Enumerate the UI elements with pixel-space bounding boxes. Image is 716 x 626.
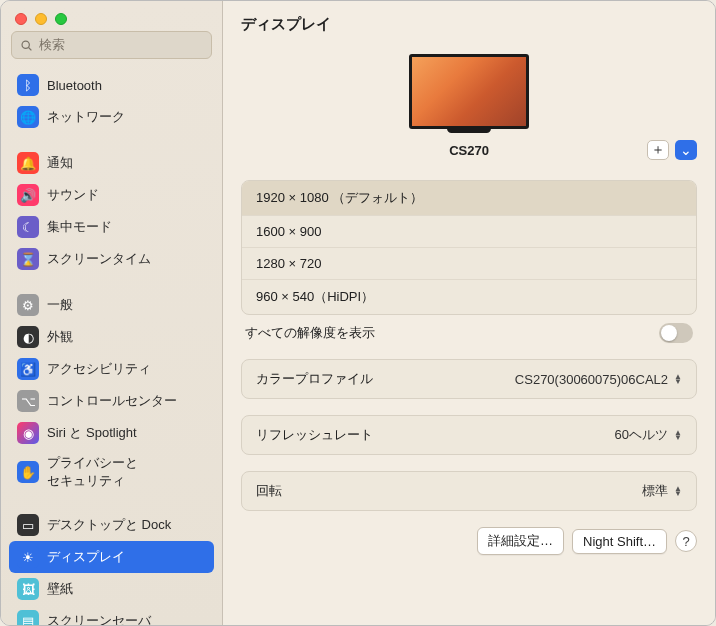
refresh-rate-label: リフレッシュレート <box>256 426 373 444</box>
sidebar-item-desktop[interactable]: ▭ デスクトップと Dock <box>9 509 214 541</box>
sidebar-item-display[interactable]: ☀ ディスプレイ <box>9 541 214 573</box>
resolution-option[interactable]: 960 × 540（HiDPI） <box>242 280 696 314</box>
sidebar-item-siri[interactable]: ◉ Siri と Spotlight <box>9 417 214 449</box>
sidebar-item-appearance[interactable]: ◐ 外観 <box>9 321 214 353</box>
sidebar-item-label: サウンド <box>47 186 99 204</box>
siri-icon: ◉ <box>17 422 39 444</box>
updown-icon: ▲▼ <box>674 430 682 440</box>
search-placeholder: 検索 <box>39 36 65 54</box>
refresh-rate-select[interactable]: 60ヘルツ ▲▼ <box>615 426 682 444</box>
display-icon: ☀ <box>17 546 39 568</box>
svg-line-1 <box>29 47 32 50</box>
sidebar-item-label: ネットワーク <box>47 108 125 126</box>
sidebar-item-bluetooth[interactable]: ᛒ Bluetooth <box>9 69 214 101</box>
sidebar-item-label: 壁紙 <box>47 580 73 598</box>
updown-icon: ▲▼ <box>674 374 682 384</box>
window: 検索 ᛒ Bluetooth 🌐 ネットワーク 🔔 通知 🔊 サウンド ☾ <box>0 0 716 626</box>
resolution-option[interactable]: 1600 × 900 <box>242 216 696 248</box>
focus-icon: ☾ <box>17 216 39 238</box>
sidebar-item-label: プライバシーと セキュリティ <box>47 454 138 490</box>
monitor-preview-area: CS270 ＋ ⌄ <box>241 44 697 164</box>
accessibility-icon: ♿ <box>17 358 39 380</box>
display-options-button[interactable]: ⌄ <box>675 140 697 160</box>
sidebar-item-label: アクセシビリティ <box>47 360 151 378</box>
notification-icon: 🔔 <box>17 152 39 174</box>
bluetooth-icon: ᛒ <box>17 74 39 96</box>
night-shift-button[interactable]: Night Shift… <box>572 529 667 554</box>
sidebar-item-label: 外観 <box>47 328 73 346</box>
sidebar-item-label: ディスプレイ <box>47 548 125 566</box>
color-profile-label: カラープロファイル <box>256 370 373 388</box>
search-icon <box>20 39 33 52</box>
sidebar-item-label: コントロールセンター <box>47 392 177 410</box>
sidebar-item-focus[interactable]: ☾ 集中モード <box>9 211 214 243</box>
rotation-card: 回転 標準 ▲▼ <box>241 471 697 511</box>
desktop-icon: ▭ <box>17 514 39 536</box>
updown-icon: ▲▼ <box>674 486 682 496</box>
chevron-down-icon: ⌄ <box>680 142 692 158</box>
resolution-card: 1920 × 1080 （デフォルト） 1600 × 900 1280 × 72… <box>241 180 697 315</box>
color-profile-value: CS270(30060075)06CAL2 <box>515 372 668 387</box>
sidebar-item-label: Siri と Spotlight <box>47 424 137 442</box>
resolution-label: 1920 × 1080 （デフォルト） <box>256 190 423 205</box>
show-all-resolutions-label: すべての解像度を表示 <box>245 324 375 342</box>
svg-point-0 <box>22 41 29 48</box>
fullscreen-window-button[interactable] <box>55 13 67 25</box>
show-all-resolutions-toggle[interactable] <box>659 323 693 343</box>
monitor-preview[interactable] <box>409 54 529 129</box>
wallpaper-icon: 🖼 <box>17 578 39 600</box>
sidebar-item-label: スクリーンタイム <box>47 250 151 268</box>
sound-icon: 🔊 <box>17 184 39 206</box>
advanced-settings-button[interactable]: 詳細設定… <box>477 527 564 555</box>
sidebar-item-screentime[interactable]: ⌛ スクリーンタイム <box>9 243 214 275</box>
sidebar-item-screensaver[interactable]: ▤ スクリーンセーバ <box>9 605 214 625</box>
sidebar-item-label: 一般 <box>47 296 73 314</box>
screentime-icon: ⌛ <box>17 248 39 270</box>
refresh-rate-card: リフレッシュレート 60ヘルツ ▲▼ <box>241 415 697 455</box>
sidebar-item-label: スクリーンセーバ <box>47 612 151 625</box>
sidebar-item-network[interactable]: 🌐 ネットワーク <box>9 101 214 133</box>
sidebar-item-notifications[interactable]: 🔔 通知 <box>9 147 214 179</box>
refresh-rate-value: 60ヘルツ <box>615 426 668 444</box>
controlcenter-icon: ⌥ <box>17 390 39 412</box>
monitor-name: CS270 <box>449 143 489 158</box>
screensaver-icon: ▤ <box>17 610 39 625</box>
window-controls <box>1 1 222 31</box>
sidebar-item-sound[interactable]: 🔊 サウンド <box>9 179 214 211</box>
resolution-label: 1280 × 720 <box>256 256 321 271</box>
rotation-select[interactable]: 標準 ▲▼ <box>642 482 682 500</box>
add-display-button[interactable]: ＋ <box>647 140 669 160</box>
resolution-option[interactable]: 1920 × 1080 （デフォルト） <box>242 181 696 216</box>
general-icon: ⚙ <box>17 294 39 316</box>
resolution-option[interactable]: 1280 × 720 <box>242 248 696 280</box>
search-input[interactable]: 検索 <box>11 31 212 59</box>
close-window-button[interactable] <box>15 13 27 25</box>
sidebar-item-wallpaper[interactable]: 🖼 壁紙 <box>9 573 214 605</box>
sidebar-item-controlcenter[interactable]: ⌥ コントロールセンター <box>9 385 214 417</box>
appearance-icon: ◐ <box>17 326 39 348</box>
rotation-value: 標準 <box>642 482 668 500</box>
sidebar-item-label: 通知 <box>47 154 73 172</box>
page-title: ディスプレイ <box>223 1 715 44</box>
color-profile-card: カラープロファイル CS270(30060075)06CAL2 ▲▼ <box>241 359 697 399</box>
help-button[interactable]: ? <box>675 530 697 552</box>
sidebar-item-label: Bluetooth <box>47 78 102 93</box>
sidebar-item-general[interactable]: ⚙ 一般 <box>9 289 214 321</box>
minimize-window-button[interactable] <box>35 13 47 25</box>
sidebar-item-privacy[interactable]: ✋ プライバシーと セキュリティ <box>9 449 214 495</box>
main: ディスプレイ CS270 ＋ ⌄ 1920 × 1080 （デフォルト） 160… <box>223 1 715 625</box>
rotation-label: 回転 <box>256 482 282 500</box>
color-profile-select[interactable]: CS270(30060075)06CAL2 ▲▼ <box>515 372 682 387</box>
sidebar-item-accessibility[interactable]: ♿ アクセシビリティ <box>9 353 214 385</box>
resolution-label: 1600 × 900 <box>256 224 321 239</box>
sidebar-item-label: 集中モード <box>47 218 112 236</box>
privacy-icon: ✋ <box>17 461 39 483</box>
resolution-label: 960 × 540（HiDPI） <box>256 289 374 304</box>
footer-buttons: 詳細設定… Night Shift… ? <box>241 527 697 555</box>
sidebar-list: ᛒ Bluetooth 🌐 ネットワーク 🔔 通知 🔊 サウンド ☾ 集中モード <box>1 69 222 625</box>
sidebar-item-label: デスクトップと Dock <box>47 516 171 534</box>
show-all-resolutions-row: すべての解像度を表示 <box>241 315 697 343</box>
network-icon: 🌐 <box>17 106 39 128</box>
sidebar: 検索 ᛒ Bluetooth 🌐 ネットワーク 🔔 通知 🔊 サウンド ☾ <box>1 1 223 625</box>
